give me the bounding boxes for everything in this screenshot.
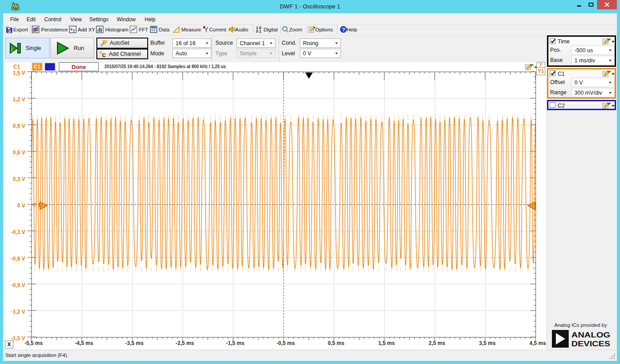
svg-text:y: y — [73, 27, 76, 32]
svg-text:1: 1 — [10, 46, 13, 53]
svg-text:0 1: 0 1 — [256, 29, 261, 33]
svg-text:DEVICES: DEVICES — [571, 340, 610, 348]
svg-text:?: ? — [342, 27, 345, 32]
svg-text:ANALOG: ANALOG — [571, 331, 610, 339]
svg-text:C: C — [102, 53, 106, 58]
